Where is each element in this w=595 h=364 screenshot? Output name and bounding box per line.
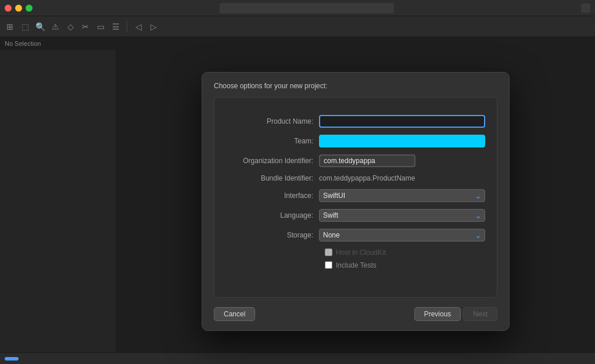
interface-select[interactable]: SwiftUI Storyboard [319,189,485,202]
storage-row: Storage: None Core Data SwiftData [226,229,485,242]
titlebar-search[interactable] [220,3,394,13]
toolbar-icon-6[interactable]: ✂ [80,21,91,32]
sidebar-left [0,50,116,352]
cloudkit-checkbox[interactable] [325,248,332,256]
bottom-indicator [5,357,19,361]
content-area: Choose options for your new project: Pro… [116,50,595,352]
product-name-input[interactable] [319,115,485,128]
toolbar-icon-10[interactable]: ▷ [148,21,159,32]
bundle-identifier-label: Bundle Identifier: [226,174,319,182]
titlebar-center [36,3,578,13]
toolbar-icon-2[interactable]: ⬚ [20,21,30,32]
org-identifier-label: Organization Identifier: [226,157,319,165]
language-select-wrapper: Swift Objective-C [319,209,485,222]
dialog-title: Choose options for your new project: [202,73,509,97]
minimize-button[interactable] [15,5,22,12]
bundle-identifier-value: com.teddypappa.ProductName [319,174,485,182]
interface-select-wrapper: SwiftUI Storyboard [319,189,485,202]
main-area: Choose options for your new project: Pro… [0,50,595,352]
product-name-label: Product Name: [226,117,319,125]
language-label: Language: [226,211,319,219]
toolbar-icon-7[interactable]: ▭ [95,21,106,32]
dialog-body: Product Name: Team: Organi [214,97,497,298]
previous-button[interactable]: Previous [414,307,461,321]
new-project-dialog: Choose options for your new project: Pro… [202,72,510,331]
language-row: Language: Swift Objective-C [226,209,485,222]
org-identifier-input[interactable] [319,154,415,167]
storage-label: Storage: [226,231,319,239]
cloudkit-checkbox-row: Host in CloudKit [226,248,485,257]
nav-buttons: Previous Next [414,307,497,321]
toolbar-icon-3[interactable]: 🔍 [35,21,45,32]
maximize-button[interactable] [26,5,33,12]
bundle-identifier-row: Bundle Identifier: com.teddypappa.Produc… [226,174,485,182]
titlebar-right-btn[interactable] [581,3,590,13]
no-selection-label: No Selection [0,37,595,50]
storage-select-wrapper: None Core Data SwiftData [319,229,485,242]
titlebar [0,0,595,16]
toolbar-icon-4[interactable]: ⚠ [50,21,60,32]
toolbar: ⊞ ⬚ 🔍 ⚠ ◇ ✂ ▭ ☰ ◁ ▷ [0,16,595,37]
cancel-button[interactable]: Cancel [214,307,255,321]
team-input[interactable] [319,135,485,147]
titlebar-right [581,3,590,13]
team-row: Team: [226,135,485,147]
interface-label: Interface: [226,192,319,200]
next-button[interactable]: Next [463,307,497,321]
toolbar-icon-5[interactable]: ◇ [65,21,76,32]
dialog-footer: Cancel Previous Next [202,307,509,330]
toolbar-icon-9[interactable]: ◁ [133,21,144,32]
org-identifier-value [319,154,485,167]
toolbar-separator [127,21,127,33]
include-tests-label: Include Tests [336,261,377,269]
team-label: Team: [226,137,319,145]
include-tests-checkbox-row: Include Tests [226,261,485,269]
close-button[interactable] [5,5,12,12]
toolbar-icon-1[interactable]: ⊞ [5,21,15,32]
include-tests-checkbox[interactable] [325,261,332,269]
product-name-row: Product Name: [226,115,485,128]
storage-select[interactable]: None Core Data SwiftData [319,229,485,242]
bottom-bar [0,352,595,364]
cloudkit-label: Host in CloudKit [336,248,386,257]
language-select[interactable]: Swift Objective-C [319,209,485,222]
toolbar-icon-8[interactable]: ☰ [110,21,121,32]
interface-row: Interface: SwiftUI Storyboard [226,189,485,202]
dialog-overlay: Choose options for your new project: Pro… [116,50,595,352]
org-identifier-row: Organization Identifier: [226,154,485,167]
